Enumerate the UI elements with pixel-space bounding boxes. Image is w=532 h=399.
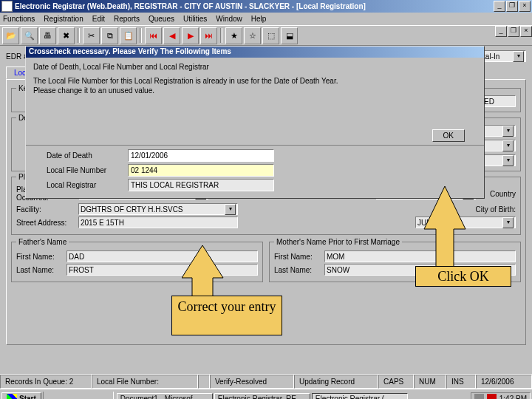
menu-queues[interactable]: Queues xyxy=(149,15,174,23)
chevron-down-icon[interactable]: ▾ xyxy=(513,51,524,62)
tool-print-icon[interactable]: 🖶 xyxy=(39,27,56,44)
taskbar-item[interactable]: Document1 - Microsof… xyxy=(117,393,213,399)
facility-label: Facility: xyxy=(16,205,75,214)
tool-open-icon[interactable]: 📂 xyxy=(2,27,19,44)
chevron-down-icon[interactable]: ▾ xyxy=(502,140,514,151)
mother-last-label: Last Name: xyxy=(274,266,321,274)
arrow-ok-icon xyxy=(423,186,467,269)
arrow-correct-icon xyxy=(182,245,233,299)
quicklaunch-icon[interactable] xyxy=(79,392,94,400)
quicklaunch-icon[interactable] xyxy=(95,392,110,400)
mdi-close-button[interactable]: × xyxy=(520,26,532,37)
taskbar-item[interactable]: Electronic Registrar, REG… xyxy=(214,393,310,399)
status-num: NUM xyxy=(414,375,446,389)
tool-paste-icon[interactable]: 📋 xyxy=(120,27,137,44)
tool-find-icon[interactable]: 🔍 xyxy=(21,27,38,44)
callout-correct-entry: Correct your entry xyxy=(171,296,282,335)
tool-action4-icon[interactable]: ⬓ xyxy=(281,27,298,44)
dod-input[interactable]: 12/01/2006 xyxy=(128,149,274,162)
menu-help[interactable]: Help xyxy=(251,15,267,23)
chevron-down-icon[interactable]: ▾ xyxy=(502,217,514,228)
quicklaunch-icon[interactable] xyxy=(63,392,78,400)
menu-bar: Functions Registration Edit Reports Queu… xyxy=(0,13,532,25)
tool-copy-icon[interactable]: ⧉ xyxy=(101,27,118,44)
dialog-line1: Date of Death, Local File Number and Loc… xyxy=(33,62,477,72)
svg-marker-1 xyxy=(182,245,223,299)
dialog-line2: The Local File Number for this Local Reg… xyxy=(33,76,477,86)
menu-window[interactable]: Window xyxy=(216,15,242,23)
status-queue: Records In Queue: 2 xyxy=(0,375,92,389)
father-last-label: Last Name: xyxy=(16,266,64,274)
start-button[interactable]: Start xyxy=(1,392,41,399)
quicklaunch-icon[interactable] xyxy=(47,392,61,400)
dialog-title: Crosscheck necessary. Please Verify The … xyxy=(26,47,484,58)
minimize-button[interactable]: _ xyxy=(494,1,505,12)
mdi-restore-button[interactable]: ❐ xyxy=(508,26,519,37)
mother-legend: Mother's Name Prior to First Marriage xyxy=(274,238,402,246)
chevron-down-icon[interactable]: ▾ xyxy=(225,204,236,215)
tool-last-icon[interactable]: ⏭ xyxy=(200,27,217,44)
tool-action3-icon[interactable]: ⬚ xyxy=(262,27,279,44)
status-ins: INS xyxy=(446,375,476,389)
status-update: Updating Record xyxy=(294,375,378,389)
lfn-input[interactable]: 02 1244 xyxy=(128,164,274,177)
toolbar: 📂 🔍 🖶 ✖ ✂ ⧉ 📋 ⏮ ◀ ▶ ⏭ ★ ☆ ⬚ ⬓ xyxy=(0,25,532,46)
menu-utilities[interactable]: Utilities xyxy=(183,15,207,23)
city-birth-label: City of Birth: xyxy=(476,205,516,214)
tool-prev-icon[interactable]: ◀ xyxy=(163,27,180,44)
chevron-down-icon[interactable]: ▾ xyxy=(502,126,514,137)
tool-next-icon[interactable]: ▶ xyxy=(182,27,199,44)
maximize-button[interactable]: ❐ xyxy=(506,1,518,12)
dod-label: Date of Death xyxy=(47,151,120,160)
taskbar: Start Document1 - Microsof… Electronic R… xyxy=(0,389,532,399)
chevron-down-icon[interactable]: ▾ xyxy=(502,155,514,166)
father-legend: Father's Name xyxy=(16,238,69,246)
status-verify: Verify-Resolved xyxy=(210,375,294,389)
tray-icon[interactable] xyxy=(487,394,497,399)
facility-field[interactable]: DGHTRS OF CRTY H.H.SVCS▾ xyxy=(78,203,238,215)
tool-action1-icon[interactable]: ★ xyxy=(225,27,242,44)
mdi-minimize-button[interactable]: _ xyxy=(495,26,507,37)
ok-button[interactable]: OK xyxy=(432,129,465,142)
tray-icon[interactable] xyxy=(474,394,484,399)
callout-click-ok: Click OK xyxy=(415,266,511,287)
menu-functions[interactable]: Functions xyxy=(3,15,35,23)
tool-first-icon[interactable]: ⏮ xyxy=(145,27,162,44)
lr-label: Local Registrar xyxy=(47,181,120,189)
lfn-label: Local File Number xyxy=(47,166,120,174)
tool-delete-icon[interactable]: ✖ xyxy=(58,27,75,44)
crosscheck-dialog: Crosscheck necessary. Please Verify The … xyxy=(25,46,485,199)
close-button[interactable]: × xyxy=(519,1,531,12)
menu-edit[interactable]: Edit xyxy=(92,15,105,23)
window-title: Electronic Registrar (Web.Death), REGIST… xyxy=(15,2,494,10)
tray-clock: 1:42 PM xyxy=(499,395,527,399)
mother-first-field[interactable]: MOM xyxy=(324,250,516,262)
tool-cut-icon[interactable]: ✂ xyxy=(83,27,100,44)
status-date: 12/6/2006 xyxy=(476,375,532,389)
taskbar-item-active[interactable]: Electronic Registrar (… xyxy=(312,393,408,399)
mother-first-label: First Name: xyxy=(274,253,321,261)
svg-marker-0 xyxy=(424,186,466,269)
street-field[interactable]: 2015 E 15TH xyxy=(78,216,238,228)
menu-reports[interactable]: Reports xyxy=(114,15,140,23)
street-label: Street Address: xyxy=(16,219,75,227)
status-bar: Records In Queue: 2 Local File Number: V… xyxy=(0,374,532,389)
tool-action2-icon[interactable]: ☆ xyxy=(244,27,261,44)
windows-flag-icon xyxy=(7,394,17,399)
lr-input[interactable]: THIS LOCAL REGISTRAR xyxy=(128,179,274,191)
app-icon xyxy=(1,1,13,12)
system-tray: 1:42 PM xyxy=(471,392,531,399)
menu-registration[interactable]: Registration xyxy=(44,15,83,23)
status-lfn: Local File Number: xyxy=(92,375,198,389)
dialog-line3: Please change it to an unused value. xyxy=(33,86,477,95)
father-first-label: First Name: xyxy=(16,253,64,261)
status-caps: CAPS xyxy=(378,375,414,389)
